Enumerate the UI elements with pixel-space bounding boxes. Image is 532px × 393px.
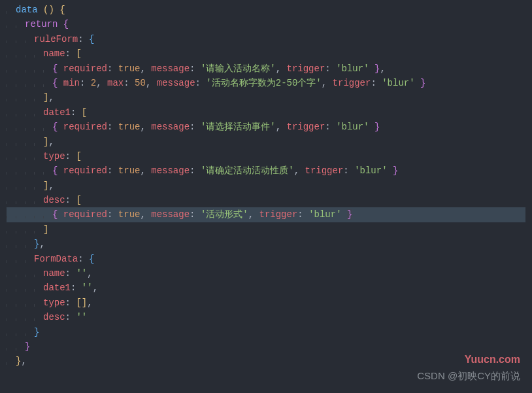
code-line: }, [7, 354, 525, 368]
code-line: type: [ [7, 149, 525, 163]
token-property: name [43, 48, 65, 59]
code-line: name: '', [7, 266, 525, 281]
code-line: } [7, 339, 525, 354]
token-function: data [16, 5, 38, 15]
watermark-site: Yuucn.com [465, 351, 520, 368]
token-property: desc [43, 195, 65, 205]
watermark-author: CSDN @初映CY的前说 [417, 368, 520, 384]
code-line: ], [7, 90, 525, 105]
code-line: return { [7, 17, 525, 31]
code-line: type: [], [7, 296, 525, 310]
code-line: }, [7, 237, 525, 251]
code-line: { min: 2, max: 50, message: '活动名称字数为2-50… [7, 76, 525, 90]
token-property: date1 [43, 107, 71, 118]
code-line: { required: true, message: '请确定活动活动性质', … [7, 163, 525, 178]
code-line-highlighted: { required: true, message: '活动形式', trigg… [7, 207, 525, 222]
code-line: desc: [ [7, 193, 525, 207]
code-line: desc: '' [7, 310, 525, 324]
code-line: name: [ [7, 46, 525, 61]
code-line: ] [7, 222, 525, 237]
code-line: ], [7, 179, 525, 193]
code-line: ruleForm: { [7, 32, 525, 46]
code-line: FormData: { [7, 252, 525, 266]
token-property: FormData [34, 254, 78, 264]
code-line: } [7, 325, 525, 339]
code-line: date1: [ [7, 105, 525, 120]
code-line: ], [7, 135, 525, 149]
token-property: ruleForm [34, 34, 78, 44]
code-line: data () { [7, 3, 525, 17]
code-line: { required: true, message: '请选择活动事件', tr… [7, 120, 525, 134]
code-line: date1: '', [7, 281, 525, 295]
token-property: type [43, 151, 65, 162]
token-keyword: return [25, 19, 58, 29]
code-block: data () { return { ruleForm: { name: [ {… [0, 0, 532, 371]
code-line: { required: true, message: '请输入活动名称', tr… [7, 61, 525, 76]
